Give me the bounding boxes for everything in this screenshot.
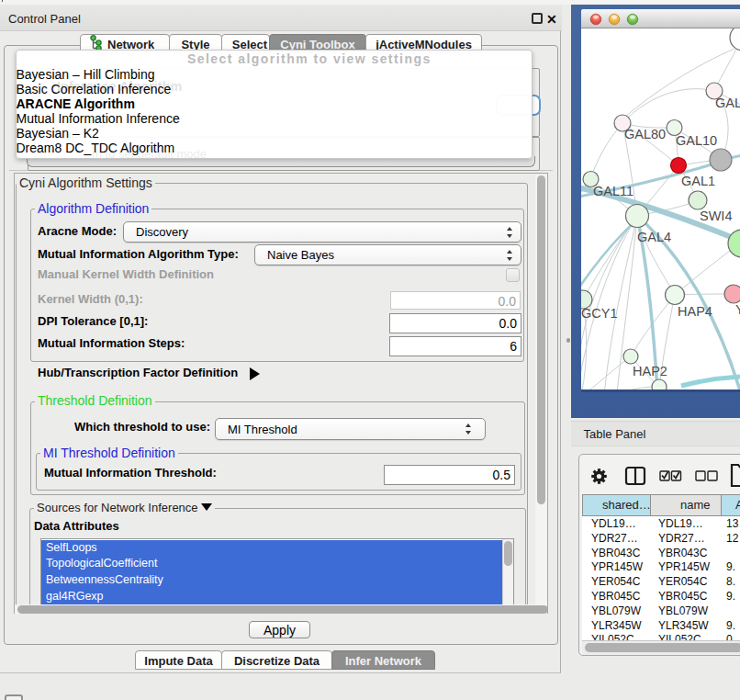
svg-text:GAL11: GAL11 [593,184,633,198]
svg-text:HAP2: HAP2 [633,364,667,378]
svg-text:HAP4: HAP4 [678,304,712,319]
svg-text:SWI4: SWI4 [700,209,732,223]
svg-text:GAL4: GAL4 [637,230,671,244]
svg-text:Y: Y [735,302,740,317]
svg-text:GAL1: GAL1 [681,174,715,188]
svg-text:GAL80: GAL80 [624,127,666,141]
svg-text:GCY1: GCY1 [581,306,618,321]
svg-text:GAL10: GAL10 [676,133,717,148]
svg-text:GAL7: GAL7 [715,96,740,110]
